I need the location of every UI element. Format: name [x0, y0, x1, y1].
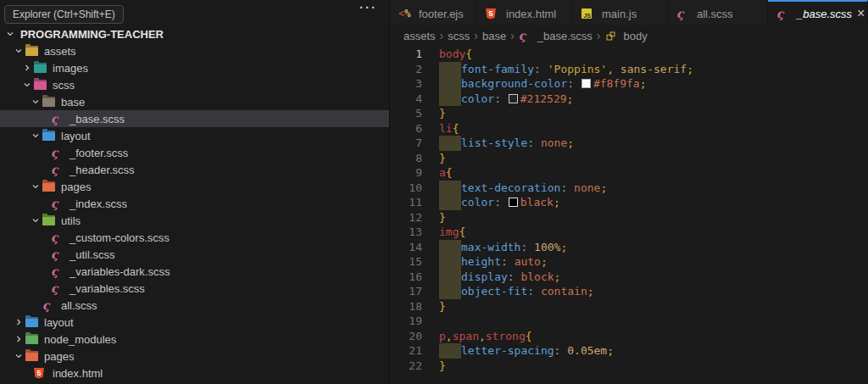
breadcrumb-item-scss[interactable]: scss: [448, 30, 470, 42]
breadcrumb-item-body[interactable]: body: [605, 29, 648, 42]
code-line[interactable]: 21letter-spacing: 0.05em;: [390, 343, 868, 359]
code-content: }: [439, 359, 446, 374]
breadcrumb-label: body: [624, 30, 648, 42]
token: :: [494, 195, 508, 210]
folder-icon: [25, 317, 38, 327]
token: ;: [587, 284, 594, 299]
tree-file-index-html[interactable]: 5index.html: [0, 365, 389, 381]
sass-icon: ς: [51, 147, 58, 159]
code-line[interactable]: 22}: [390, 359, 868, 374]
code-line[interactable]: 7list-style: none;: [390, 136, 868, 151]
token: sans-serif: [620, 62, 687, 77]
sass-icon: ς: [51, 163, 66, 176]
code-line[interactable]: 4color: #212529;: [390, 92, 868, 107]
tree-file--util-scss[interactable]: ς_util.scss: [0, 246, 389, 263]
code-content: }: [439, 210, 446, 225]
color-swatch-icon: [509, 198, 518, 207]
code-line[interactable]: 9a{: [390, 165, 868, 181]
tree-item-label: _index.scss: [70, 198, 127, 210]
tree-file--footer-scss[interactable]: ς_footer.scss: [0, 144, 389, 161]
sass-icon: ς: [51, 248, 58, 260]
token: none: [574, 181, 600, 196]
tab-index-html[interactable]: 5index.html: [477, 0, 573, 25]
code-content: a{: [439, 165, 453, 181]
code-line[interactable]: 13img{: [390, 225, 868, 240]
tab-all-scss[interactable]: ςall.scss: [668, 0, 768, 25]
tree-folder-node-modules[interactable]: node_modules: [0, 331, 389, 348]
tree-folder-scss[interactable]: scss: [0, 76, 389, 93]
ejs-icon: <%: [398, 8, 410, 19]
tab--base-scss[interactable]: ς_base.scss×: [768, 0, 868, 25]
line-number: 8: [390, 151, 422, 166]
breadcrumb-item-assets[interactable]: assets: [403, 30, 436, 42]
tree-item-label: layout: [61, 130, 91, 142]
token: ;: [640, 76, 647, 92]
tree-folder-utils[interactable]: utils: [0, 212, 389, 229]
tree-item-label: scss: [53, 79, 75, 92]
token: font-family: [461, 62, 534, 77]
code-line[interactable]: 1body{: [390, 47, 868, 62]
code-line[interactable]: 12}: [390, 210, 868, 225]
tree-file--index-scss[interactable]: ς_index.scss: [0, 195, 389, 212]
code-line[interactable]: 17object-fit: contain;: [390, 284, 868, 299]
code-content: text-decoration: none;: [439, 181, 607, 196]
html5-icon: 5: [34, 368, 44, 379]
chevron-down-icon: [29, 180, 42, 193]
tree-file-all-scss[interactable]: ςall.scss: [0, 297, 389, 314]
code-line[interactable]: 2font-family: 'Poppins', sans-serif;: [390, 62, 868, 77]
breadcrumb-label: _base.scss: [537, 30, 593, 42]
token: {: [453, 121, 459, 136]
explorer-tooltip: Explorer (Ctrl+Shift+E): [4, 5, 124, 24]
breadcrumb-item-base[interactable]: base: [482, 30, 506, 42]
code-content: }: [439, 151, 446, 166]
token: height: [461, 254, 501, 270]
code-line[interactable]: 8}: [390, 151, 868, 166]
tab-footer-ejs[interactable]: <%footer.ejs: [390, 0, 477, 25]
tree-file--variables-dark-scss[interactable]: ς_variables-dark.scss: [0, 263, 389, 280]
sass-icon: ς: [519, 30, 526, 42]
code-editor[interactable]: 1body{2font-family: 'Poppins', sans-seri…: [390, 46, 868, 384]
breadcrumb-item--base-scss[interactable]: ς_base.scss: [519, 29, 593, 42]
tree-folder-pages[interactable]: pages: [0, 348, 389, 365]
tree-file--base-scss[interactable]: ς_base.scss: [0, 110, 389, 127]
line-number: 13: [390, 225, 422, 240]
code-line[interactable]: 6li{: [390, 121, 868, 136]
tree-folder-assets[interactable]: assets: [0, 42, 389, 59]
chevron-right-icon: [20, 61, 34, 75]
tree-folder-layout[interactable]: layout: [0, 314, 389, 331]
token: letter-spacing: [461, 343, 554, 359]
code-line[interactable]: 15height: auto;: [390, 254, 868, 270]
sass-icon: ς: [42, 299, 50, 311]
token: ;: [600, 181, 607, 196]
tree-item-label: _variables-dark.scss: [70, 265, 170, 278]
close-icon[interactable]: ×: [857, 8, 865, 19]
code-line[interactable]: 11color: black;: [390, 195, 868, 210]
code-line[interactable]: 3background-color: #f8f9fa;: [390, 76, 868, 92]
tree-folder-base[interactable]: base: [0, 93, 389, 110]
tree-file--custom-colors-scss[interactable]: ς_custom-colors.scss: [0, 229, 389, 246]
code-line[interactable]: 14max-width: 100%;: [390, 240, 868, 255]
folder-icon: [42, 129, 58, 142]
tree-folder-layout[interactable]: layout: [0, 127, 389, 144]
folder-icon: [34, 78, 49, 92]
code-line[interactable]: 20p,span,strong{: [390, 329, 868, 344]
code-line[interactable]: 5}: [390, 106, 868, 121]
code-line[interactable]: 16display: block;: [390, 270, 868, 285]
tree-root-row[interactable]: PROGRAMMING-TEACHER: [0, 25, 389, 42]
token: ,: [446, 329, 453, 344]
tree-file--header-scss[interactable]: ς_header.scss: [0, 161, 389, 178]
tree-folder-images[interactable]: images: [0, 59, 389, 76]
code-line[interactable]: 19: [390, 314, 868, 329]
token: :: [508, 270, 521, 285]
line-number: 18: [390, 299, 422, 314]
line-number: 5: [390, 106, 422, 121]
code-line[interactable]: 18}: [390, 299, 868, 314]
code-line[interactable]: 10text-decoration: none;: [390, 181, 868, 196]
more-actions-icon[interactable]: ···: [359, 0, 377, 14]
tree-file--variables-scss[interactable]: ς_variables.scss: [0, 280, 389, 297]
sass-icon: ς: [51, 198, 58, 209]
tab-main-js[interactable]: JSmain.js: [573, 0, 668, 25]
ejs-icon: <%: [398, 7, 414, 20]
folder-icon: [25, 46, 38, 56]
tree-folder-pages[interactable]: pages: [0, 178, 389, 195]
